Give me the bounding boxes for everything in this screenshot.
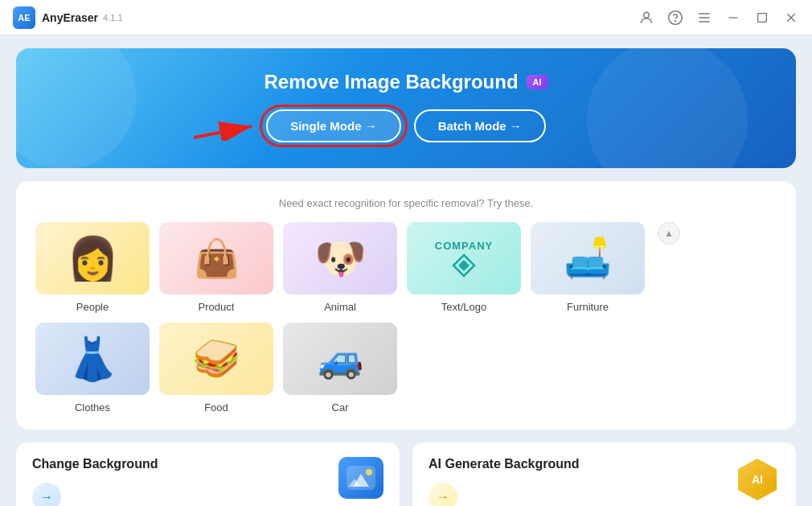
titlebar-controls — [638, 10, 799, 26]
ai-generate-arrow-button[interactable]: → — [429, 483, 457, 506]
category-clothes-thumb: 👗 — [35, 323, 150, 395]
single-mode-wrapper: Single Mode → — [266, 109, 401, 142]
batch-mode-button[interactable]: Batch Mode → — [414, 109, 546, 142]
ai-generate-title: AI Generate Background — [429, 457, 580, 471]
red-arrow-indicator — [194, 109, 258, 144]
people-image: 👩 — [67, 234, 119, 283]
category-animal[interactable]: 🐶 Animal — [283, 222, 397, 313]
category-food-thumb: 🥪 — [159, 323, 273, 395]
app-logo: AE — [13, 6, 35, 29]
minimize-icon[interactable] — [725, 10, 741, 26]
category-clothes-label: Clothes — [75, 401, 110, 413]
titlebar: AE AnyEraser 4.1.1 — [0, 0, 812, 35]
category-animal-thumb: 🐶 — [283, 222, 397, 294]
textlogo-image: COMPANY — [435, 240, 493, 252]
category-car-thumb: 🚙 — [283, 323, 397, 395]
change-background-card: Change Background → — [16, 442, 400, 506]
svg-point-2 — [675, 20, 676, 21]
app-version: 4.1.1 — [103, 13, 122, 23]
svg-point-17 — [366, 469, 372, 475]
animal-image: 🐶 — [314, 234, 367, 283]
category-people-label: People — [76, 301, 109, 313]
category-car-label: Car — [332, 401, 349, 413]
category-people-thumb: 👩 — [35, 222, 150, 294]
product-image: 👜 — [194, 237, 240, 280]
ai-generate-card: AI Generate Background → — [412, 442, 796, 506]
categories-list: 👩 People 👜 Product 🐶 Animal — [35, 222, 645, 413]
menu-icon[interactable] — [696, 10, 712, 26]
car-image: 🚙 — [318, 337, 363, 381]
clothes-image: 👗 — [67, 335, 119, 384]
close-icon[interactable] — [783, 10, 799, 26]
svg-line-11 — [194, 126, 252, 138]
category-product-label: Product — [199, 301, 235, 313]
ai-generate-content: AI Generate Background → — [429, 457, 580, 506]
textlogo-diamond-icon — [452, 253, 476, 278]
main-content: Remove Image Background AI — [0, 35, 812, 506]
categories-grid: 👩 People 👜 Product 🐶 Animal — [35, 222, 777, 413]
ai-generate-icon: AI — [735, 457, 780, 502]
category-car[interactable]: 🚙 Car — [283, 323, 397, 413]
recognition-hint: Need exact recognition for specific remo… — [35, 197, 777, 209]
maximize-icon[interactable] — [754, 10, 770, 26]
category-textlogo[interactable]: COMPANY Text/Logo — [407, 222, 521, 313]
category-clothes[interactable]: 👗 Clothes — [35, 323, 150, 413]
hero-title: Remove Image Background AI — [42, 71, 770, 93]
bottom-cards: Change Background → AI Gener — [16, 442, 796, 506]
change-bg-arrow-button[interactable]: → — [32, 483, 61, 506]
hero-buttons: Single Mode → Batch Mode → — [42, 109, 770, 142]
category-animal-label: Animal — [324, 301, 356, 313]
svg-point-0 — [644, 12, 650, 18]
category-product[interactable]: 👜 Product — [159, 222, 273, 313]
single-mode-button[interactable]: Single Mode → — [266, 109, 401, 142]
category-furniture-label: Furniture — [567, 301, 609, 313]
recognition-section: Need exact recognition for specific remo… — [16, 181, 796, 430]
category-people[interactable]: 👩 People — [35, 222, 150, 313]
scroll-indicator: ▲ — [658, 222, 680, 245]
change-bg-icon — [338, 457, 383, 499]
svg-rect-7 — [758, 13, 767, 22]
category-product-thumb: 👜 — [159, 222, 273, 294]
category-food-label: Food — [204, 401, 228, 413]
change-bg-title: Change Background — [32, 457, 158, 471]
hero-card: Remove Image Background AI — [16, 48, 796, 168]
mountain-landscape-icon — [338, 457, 383, 499]
food-image: 🥪 — [192, 336, 240, 381]
user-icon[interactable] — [638, 10, 654, 26]
ai-badge: AI — [527, 75, 548, 89]
category-textlogo-label: Text/Logo — [441, 301, 486, 313]
help-icon[interactable] — [667, 10, 683, 26]
category-furniture[interactable]: 🛋️ Furniture — [531, 222, 645, 313]
furniture-image: 🛋️ — [564, 236, 612, 281]
scroll-up-button[interactable]: ▲ — [658, 222, 680, 245]
svg-marker-13 — [458, 260, 470, 271]
category-food[interactable]: 🥪 Food — [159, 323, 273, 413]
change-bg-content: Change Background → — [32, 457, 158, 506]
category-furniture-thumb: 🛋️ — [531, 222, 645, 294]
category-textlogo-thumb: COMPANY — [407, 222, 521, 294]
app-name: AnyEraser — [42, 11, 98, 24]
